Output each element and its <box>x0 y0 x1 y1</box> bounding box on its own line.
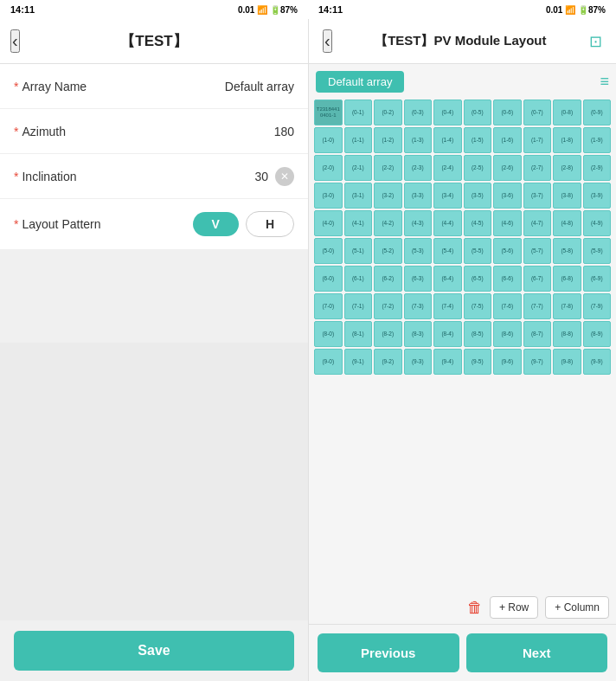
pv-cell[interactable]: (6-2) <box>374 266 402 292</box>
pv-cell[interactable]: (0-7) <box>523 100 552 125</box>
pv-cell[interactable]: (9-5) <box>464 349 492 375</box>
pv-cell[interactable]: (0-1) <box>344 100 373 125</box>
pv-cell[interactable]: (6-4) <box>433 266 462 292</box>
pv-cell[interactable]: (4-7) <box>523 210 552 236</box>
pv-cell[interactable]: (2-2) <box>374 155 402 181</box>
pv-cell[interactable]: (8-6) <box>493 321 522 347</box>
pv-cell[interactable]: (5-8) <box>553 238 581 264</box>
pv-cell[interactable]: (1-3) <box>404 127 433 153</box>
pv-cell[interactable]: (9-7) <box>523 349 552 375</box>
pv-cell[interactable]: (3-5) <box>464 183 492 209</box>
pv-cell[interactable]: (1-4) <box>433 127 462 153</box>
pv-cell[interactable]: (2-9) <box>583 155 612 181</box>
pv-cell[interactable]: (4-9) <box>583 210 612 236</box>
pv-cell[interactable]: (9-3) <box>404 349 433 375</box>
pv-cell[interactable]: (2-8) <box>553 155 581 181</box>
right-back-button[interactable]: ‹ <box>323 29 332 53</box>
pv-cell[interactable]: (0-8) <box>553 100 581 125</box>
pv-cell[interactable]: (0-5) <box>464 100 492 125</box>
pv-cell[interactable]: (7-2) <box>374 293 402 319</box>
pv-cell[interactable]: (7-1) <box>344 293 373 319</box>
layout-v-button[interactable]: V <box>193 212 239 236</box>
pv-cell[interactable]: (5-6) <box>493 238 522 264</box>
pv-cell[interactable]: (8-4) <box>433 321 462 347</box>
pv-cell[interactable]: (1-6) <box>493 127 522 153</box>
pv-cell[interactable]: (5-7) <box>523 238 552 264</box>
array-tab[interactable]: Default array <box>316 71 404 93</box>
pv-cell[interactable]: (2-4) <box>433 155 462 181</box>
pv-cell[interactable]: (8-3) <box>404 321 433 347</box>
pv-cell[interactable]: (2-6) <box>493 155 522 181</box>
pv-cell[interactable]: (8-2) <box>374 321 402 347</box>
pv-cell[interactable]: (4-2) <box>374 210 402 236</box>
pv-cell[interactable]: (5-2) <box>374 238 402 264</box>
pv-cell[interactable]: (6-1) <box>344 266 373 292</box>
pv-cell[interactable]: (7-0) <box>314 293 343 319</box>
pv-cell[interactable]: (8-5) <box>464 321 492 347</box>
pv-cell[interactable]: (5-3) <box>404 238 433 264</box>
pv-cell[interactable]: (7-3) <box>404 293 433 319</box>
pv-cell[interactable]: (9-6) <box>493 349 522 375</box>
pv-cell[interactable]: (5-5) <box>464 238 492 264</box>
pv-cell[interactable]: (6-5) <box>464 266 492 292</box>
pv-cell[interactable]: (1-2) <box>374 127 402 153</box>
pv-cell[interactable]: (1-5) <box>464 127 492 153</box>
pv-cell[interactable]: (8-1) <box>344 321 373 347</box>
layout-h-button[interactable]: H <box>246 211 294 237</box>
pv-cell[interactable]: (8-7) <box>523 321 552 347</box>
pv-cell[interactable]: (4-0) <box>314 210 343 236</box>
pv-cell[interactable]: (8-9) <box>583 321 612 347</box>
pv-cell[interactable]: (9-4) <box>433 349 462 375</box>
pv-cell[interactable]: (3-3) <box>404 183 433 209</box>
pv-cell[interactable]: (5-1) <box>344 238 373 264</box>
pv-cell[interactable]: (5-4) <box>433 238 462 264</box>
left-back-button[interactable]: ‹ <box>10 29 20 53</box>
pv-cell[interactable]: (5-0) <box>314 238 343 264</box>
pv-cell[interactable]: (0-6) <box>493 100 522 125</box>
pv-cell[interactable]: (4-8) <box>553 210 581 236</box>
pv-cell[interactable]: (2-7) <box>523 155 552 181</box>
pv-cell[interactable]: (0-9) <box>583 100 612 125</box>
pv-cell[interactable]: (9-9) <box>583 349 612 375</box>
add-row-button[interactable]: + Row <box>490 596 538 619</box>
pv-cell[interactable]: (6-7) <box>523 266 552 292</box>
pv-cell[interactable]: (2-3) <box>404 155 433 181</box>
inclination-clear-button[interactable]: ✕ <box>275 167 294 186</box>
pv-cell[interactable]: (8-0) <box>314 321 343 347</box>
delete-button[interactable]: 🗑 <box>467 599 483 617</box>
pv-cell[interactable]: (4-5) <box>464 210 492 236</box>
next-button[interactable]: Next <box>466 633 608 672</box>
pv-cell[interactable]: (9-2) <box>374 349 402 375</box>
pv-cell[interactable]: (8-8) <box>553 321 581 347</box>
pv-cell[interactable]: (0-2) <box>374 100 402 125</box>
pv-cell[interactable]: (3-1) <box>344 183 373 209</box>
pv-cell[interactable]: (0-3) <box>404 100 433 125</box>
pv-cell[interactable]: (7-7) <box>523 293 552 319</box>
pv-cell[interactable]: (9-1) <box>344 349 373 375</box>
pv-cell[interactable]: (4-3) <box>404 210 433 236</box>
previous-button[interactable]: Previous <box>318 633 459 672</box>
pv-cell[interactable]: (7-4) <box>433 293 462 319</box>
pv-cell[interactable]: (0-4) <box>433 100 462 125</box>
save-button[interactable]: Save <box>14 631 294 671</box>
pv-cell[interactable]: (3-9) <box>583 183 612 209</box>
pv-cell[interactable]: (1-0) <box>314 127 343 153</box>
pv-cell[interactable]: (1-8) <box>553 127 581 153</box>
pv-cell[interactable]: (9-0) <box>314 349 343 375</box>
pv-cell[interactable]: (4-4) <box>433 210 462 236</box>
pv-cell[interactable]: (6-8) <box>553 266 581 292</box>
pv-cell[interactable]: (7-6) <box>493 293 522 319</box>
export-icon[interactable]: ⊡ <box>589 32 602 51</box>
pv-cell[interactable]: (2-5) <box>464 155 492 181</box>
pv-cell[interactable]: (9-8) <box>553 349 581 375</box>
pv-cell[interactable]: (1-9) <box>583 127 612 153</box>
pv-cell[interactable]: (3-0) <box>314 183 343 209</box>
pv-cell[interactable]: T23184410401-1 <box>314 100 343 125</box>
pv-cell[interactable]: (3-4) <box>433 183 462 209</box>
pv-cell[interactable]: (6-6) <box>493 266 522 292</box>
pv-cell[interactable]: (6-9) <box>583 266 612 292</box>
pv-cell[interactable]: (3-8) <box>553 183 581 209</box>
pv-cell[interactable]: (3-7) <box>523 183 552 209</box>
pv-cell[interactable]: (1-1) <box>344 127 373 153</box>
pv-cell[interactable]: (2-1) <box>344 155 373 181</box>
